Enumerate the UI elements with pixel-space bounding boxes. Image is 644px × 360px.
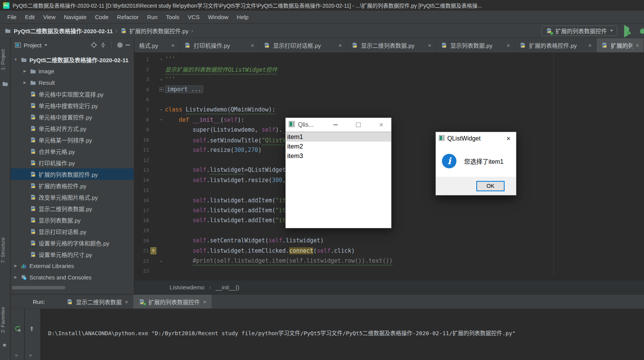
gear-icon[interactable]: [117, 42, 123, 48]
menu-item-run[interactable]: Run: [143, 14, 162, 20]
tree-item[interactable]: 单元格中放置控件.py: [11, 111, 134, 123]
close-tab-icon[interactable]: ×: [125, 299, 128, 305]
editor-tab[interactable]: 打印机操作.py×: [180, 38, 259, 52]
line-number[interactable]: 17: [134, 208, 149, 213]
editor-tab[interactable]: 显示打印对话框.py×: [259, 38, 347, 52]
tree-item[interactable]: 显示二维列表数据.py: [11, 203, 134, 214]
tree-item[interactable]: 单元格中实现图文混排.py: [11, 88, 134, 100]
editor-tab[interactable]: 扩展的表格控件.py×: [515, 38, 597, 52]
tree-item[interactable]: 单元格某一列排序.py: [11, 134, 134, 145]
dialog-titlebar[interactable]: QListWidget: [436, 132, 516, 145]
tool-stripe-favorites[interactable]: 2: Favorites: [0, 301, 10, 339]
tree-item[interactable]: 显示列表数据.py: [11, 214, 134, 226]
menu-item-vcs[interactable]: VCS: [184, 14, 204, 20]
line-number[interactable]: 21: [134, 248, 149, 253]
tree-item[interactable]: ▶External Libraries: [11, 260, 134, 271]
more-actions-icon[interactable]: [29, 352, 32, 358]
line-number[interactable]: 20: [134, 238, 149, 244]
fold-down-icon[interactable]: ▾: [157, 57, 165, 62]
line-number[interactable]: 7: [134, 107, 149, 113]
fold-down-icon[interactable]: ▾: [157, 107, 165, 112]
tree-item[interactable]: ▼PyQt5二维数据及表格操作-2020-02-11: [11, 54, 134, 65]
list-item[interactable]: item1: [286, 132, 391, 142]
breadcrumb-project[interactable]: PyQt5二维数据及表格操作-2020-02-11: [14, 27, 113, 35]
close-tab-icon[interactable]: ×: [203, 299, 206, 305]
run-configuration-select[interactable]: 扩展的列表数据控件: [542, 26, 617, 36]
menu-item-file[interactable]: File: [3, 14, 21, 20]
tool-stripe-project[interactable]: 1: Project: [0, 43, 10, 77]
editor-tab[interactable]: 扩展的列表数据控件.py×: [597, 38, 644, 52]
close-tab-icon[interactable]: ×: [251, 42, 254, 48]
chevron-down-icon[interactable]: [44, 44, 47, 46]
line-number[interactable]: 22: [134, 258, 149, 264]
run-tab[interactable]: 显示二维列表数据×: [61, 295, 134, 308]
debug-button[interactable]: [639, 28, 644, 34]
maximize-button[interactable]: [348, 118, 368, 132]
line-number[interactable]: 12: [134, 157, 149, 163]
line-number[interactable]: 16: [134, 197, 149, 203]
tree-item[interactable]: 改变单元格图片格式.py: [11, 191, 134, 203]
code-line[interactable]: 3▴''': [134, 74, 644, 84]
close-button[interactable]: [371, 118, 391, 132]
run-tab[interactable]: 扩展的列表数据控件×: [133, 295, 212, 308]
line-number[interactable]: 2: [134, 66, 149, 72]
up-stack-trace-icon[interactable]: [29, 326, 35, 332]
line-number[interactable]: 11: [134, 147, 149, 153]
close-tab-icon[interactable]: ×: [588, 42, 592, 48]
line-number[interactable]: 6: [134, 97, 149, 102]
code-line[interactable]: 219 self.listwidget.itemClicked.connect(…: [134, 245, 644, 255]
fold-plus-icon[interactable]: +: [157, 87, 165, 92]
code-line[interactable]: 23: [134, 266, 644, 276]
line-number[interactable]: 1: [134, 57, 149, 62]
line-number[interactable]: 13: [134, 167, 149, 173]
code-line[interactable]: 1▾''': [134, 54, 644, 64]
tree-item[interactable]: ▶image: [11, 65, 134, 77]
horizontal-scrollbar[interactable]: [12, 286, 65, 289]
menu-item-window[interactable]: Window: [204, 14, 232, 20]
ok-button[interactable]: OK: [476, 181, 505, 191]
tree-item[interactable]: 单元格对齐方式.py: [11, 123, 134, 134]
tree-item[interactable]: ▶Scratches and Consoles: [11, 271, 134, 283]
line-number[interactable]: 14: [134, 177, 149, 183]
tree-expanded-icon[interactable]: ▼: [13, 58, 18, 61]
rerun-icon[interactable]: [15, 326, 21, 332]
app-window-titlebar[interactable]: Qlis...: [286, 118, 391, 132]
code-line[interactable]: 20 self.setCentralWidget(self.listwidget…: [134, 236, 644, 245]
code-line[interactable]: 4+import ...: [134, 84, 644, 94]
tree-item[interactable]: 扩展的列表数据控件.py: [11, 168, 134, 180]
tree-collapsed-icon[interactable]: ▶: [22, 81, 28, 84]
line-number[interactable]: 15: [134, 187, 149, 193]
list-item[interactable]: item2: [286, 142, 391, 151]
fold-up-icon[interactable]: ▴: [157, 258, 165, 263]
hide-panel-icon[interactable]: [126, 45, 130, 45]
line-number[interactable]: 9: [134, 127, 149, 132]
project-panel-title[interactable]: Project: [24, 42, 42, 48]
menu-item-tools[interactable]: Tools: [162, 14, 184, 20]
tool-stripe-structure[interactable]: 7: Structure: [0, 229, 10, 271]
tree-item[interactable]: 设置单元格的字体和颜色.py: [11, 237, 134, 249]
editor-tab[interactable]: 格式.py×: [134, 38, 180, 52]
list-item[interactable]: item3: [286, 151, 391, 161]
menu-item-help[interactable]: Help: [233, 14, 253, 20]
tree-item[interactable]: 扩展的表格控件.py: [11, 180, 134, 191]
close-tab-icon[interactable]: ×: [506, 42, 510, 48]
code-line[interactable]: 2显示扩展的列表数据控件QListWidget控件: [134, 64, 644, 74]
menu-item-navigate[interactable]: Navigate: [60, 14, 91, 20]
breadcrumb-method[interactable]: __init__(): [215, 284, 239, 291]
line-number[interactable]: 4: [134, 87, 149, 92]
tree-item[interactable]: 合并单元格.py: [11, 145, 134, 157]
close-tab-icon[interactable]: ×: [636, 42, 639, 48]
code-line[interactable]: 7▾class Listviewdemo(QMainWindow):: [134, 105, 644, 115]
breadcrumb-file[interactable]: 扩展的列表数据控件.py: [129, 27, 189, 35]
code-line[interactable]: 22▴ #print(self.listwidget.item(self.lis…: [134, 256, 644, 266]
tree-collapsed-icon[interactable]: ▶: [22, 69, 28, 73]
fold-up-icon[interactable]: ▴: [157, 77, 165, 82]
message-dialog[interactable]: QListWidget 您选择了item1 OK: [435, 132, 516, 195]
minimize-button[interactable]: [325, 118, 345, 132]
menu-item-edit[interactable]: Edit: [21, 14, 39, 20]
menu-item-code[interactable]: Code: [91, 14, 113, 20]
dialog-close-button[interactable]: [501, 132, 516, 145]
tree-item[interactable]: ▶Result: [11, 77, 134, 88]
locate-file-icon[interactable]: [91, 42, 97, 48]
line-number[interactable]: 23: [134, 268, 149, 274]
